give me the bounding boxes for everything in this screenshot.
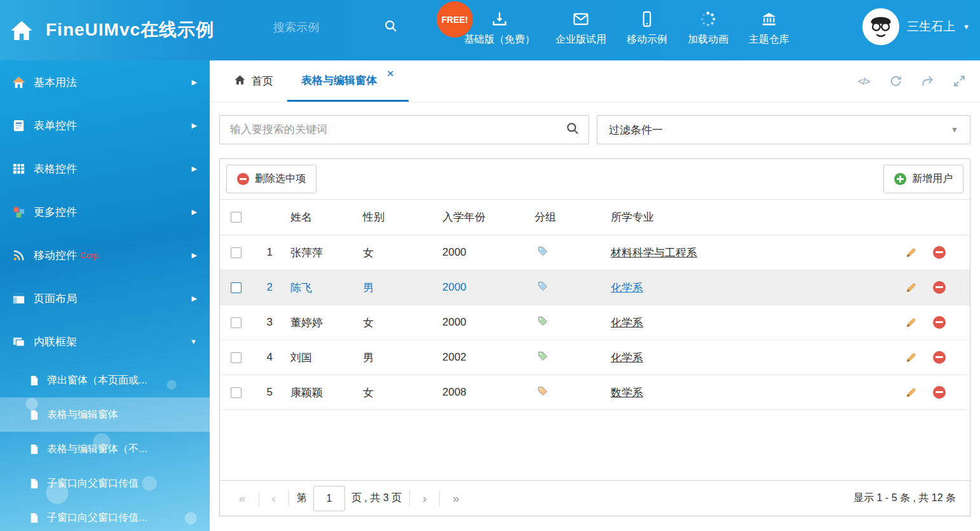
major-link[interactable]: 化学系 (611, 352, 643, 364)
sidebar-item-grid-controls[interactable]: 表格控件 ▶ (0, 147, 210, 190)
row-checkbox[interactable] (231, 317, 242, 328)
nav-item-loading-animation[interactable]: 加载动画 (688, 10, 728, 46)
nav-item-basic-edition[interactable]: 基础版（免费） (464, 10, 535, 46)
header-search-input[interactable] (273, 21, 375, 34)
tab-label: 表格与编辑窗体 (301, 73, 377, 88)
sidebar-item-label: 表格控件 (34, 162, 77, 176)
edit-icon[interactable] (904, 281, 917, 294)
sidebar-subitem-grid-edit-window-2[interactable]: 表格与编辑窗体（不... (0, 432, 210, 466)
major-link[interactable]: 数学系 (611, 387, 643, 399)
table-row[interactable]: 5 康颖颖 女 2008 数学系 (220, 375, 970, 410)
column-header-major[interactable]: 所学专业 (611, 210, 894, 224)
row-checkbox[interactable] (231, 387, 242, 398)
nav-item-mobile-demo[interactable]: 移动示例 (627, 10, 667, 46)
chevron-right-icon: ▶ (192, 78, 197, 86)
edit-icon[interactable] (904, 316, 917, 329)
page-label-suffix: 页 , 共 3 页 (351, 492, 402, 505)
share-icon[interactable] (920, 74, 934, 88)
table-row[interactable]: 3 董婷婷 女 2000 化学系 (220, 305, 970, 340)
search-icon[interactable] (384, 19, 398, 36)
cell-name: 刘国 (287, 350, 363, 365)
source-code-icon[interactable]: </> (857, 74, 871, 88)
sidebar-item-page-layout[interactable]: 页面布局 ▶ (0, 277, 210, 320)
edit-icon[interactable] (904, 351, 917, 364)
cell-year: 2002 (442, 351, 534, 364)
tab-home[interactable]: 首页 (220, 60, 287, 102)
next-page-button[interactable]: › (418, 492, 432, 506)
file-icon (28, 409, 40, 421)
table-empty-area (220, 410, 970, 480)
cell-year: 2000 (442, 316, 534, 329)
row-checkbox[interactable] (231, 247, 242, 258)
column-header-group[interactable]: 分组 (534, 210, 611, 224)
sidebar-item-more-controls[interactable]: 更多控件 ▶ (0, 190, 210, 233)
sidebar-item-label: 更多控件 (34, 205, 77, 219)
table-row[interactable]: 2 陈飞 男 2000 化学系 (220, 270, 970, 305)
delete-selected-button[interactable]: 删除选中项 (226, 165, 316, 193)
sidebar-subitem-child-to-parent[interactable]: 子窗口向父窗口传值 (0, 466, 210, 500)
cell-gender: 男 (363, 280, 442, 295)
record-summary: 显示 1 - 5 条 , 共 12 条 (854, 492, 956, 505)
app-header: FineUIMvc在线示例 FREE! 基础版（免费） 企业版试用 移动示例 (0, 0, 980, 60)
major-link[interactable]: 化学系 (611, 282, 643, 294)
keyword-search-input[interactable] (230, 123, 566, 136)
delete-icon[interactable] (933, 316, 946, 329)
user-menu[interactable]: 三生石上 ▼ (862, 8, 970, 45)
filter-dropdown[interactable]: 过滤条件一 ▼ (597, 115, 970, 144)
last-page-button[interactable]: » (447, 492, 465, 506)
nav-item-label: 移动示例 (627, 33, 667, 46)
table-row[interactable]: 1 张萍萍 女 2000 材料科学与工程系 (220, 235, 970, 270)
app-home-icon[interactable] (9, 18, 34, 43)
column-header-name[interactable]: 姓名 (287, 210, 363, 224)
nav-item-theme-store[interactable]: 主题仓库 (749, 10, 789, 46)
add-user-button[interactable]: 新增用户 (883, 165, 963, 193)
prev-page-button[interactable]: ‹ (267, 492, 281, 506)
delete-button-label: 删除选中项 (255, 172, 306, 186)
sidebar-item-label: 移动控件 (34, 248, 77, 263)
delete-icon[interactable] (933, 386, 946, 399)
select-all-checkbox[interactable] (231, 212, 242, 223)
sidebar-item-basic-usage[interactable]: 基本用法 ▶ (0, 60, 210, 104)
close-icon[interactable]: ✕ (386, 68, 395, 79)
column-header-year[interactable]: 入学年份 (442, 210, 534, 224)
file-icon (28, 443, 40, 455)
row-checkbox[interactable] (231, 282, 242, 293)
sidebar-subitem-grid-edit-window[interactable]: 表格与编辑窗体 (0, 397, 210, 432)
search-icon[interactable] (566, 121, 580, 138)
nav-item-label: 基础版（免费） (464, 33, 535, 46)
sidebar-item-label: 内联框架 (34, 334, 77, 349)
cell-gender: 女 (363, 245, 442, 260)
expand-icon[interactable] (952, 74, 966, 88)
column-header-gender[interactable]: 性别 (363, 210, 442, 224)
sidebar-subitem-popup-window[interactable]: 弹出窗体（本页面或... (0, 363, 210, 397)
table-row[interactable]: 4 刘国 男 2002 化学系 (220, 340, 970, 375)
edit-icon[interactable] (904, 386, 917, 399)
sidebar-item-form-controls[interactable]: 表单控件 ▶ (0, 104, 210, 147)
nav-item-enterprise-trial[interactable]: 企业版试用 (555, 10, 606, 46)
delete-icon[interactable] (933, 351, 946, 364)
sidebar-item-mobile-controls[interactable]: 移动控件 Corp. ▶ (0, 233, 210, 277)
chevron-down-icon: ▼ (190, 338, 197, 345)
tag-icon (537, 317, 548, 329)
cell-name: 董婷婷 (287, 315, 363, 330)
page-number-input[interactable] (313, 486, 345, 511)
chevron-right-icon: ▶ (192, 165, 197, 173)
tab-grid-edit-window[interactable]: 表格与编辑窗体 ✕ (287, 60, 409, 102)
sidebar-item-iframe[interactable]: 内联框架 ▼ (0, 320, 210, 363)
major-link[interactable]: 化学系 (611, 317, 643, 329)
keyword-search-box[interactable] (219, 115, 589, 144)
refresh-icon[interactable] (888, 74, 902, 88)
row-checkbox[interactable] (231, 352, 242, 363)
caret-down-icon: ▼ (963, 23, 970, 31)
chevron-right-icon: ▶ (192, 294, 197, 303)
sidebar-subitem-child-to-parent-2[interactable]: 子窗口向父窗口传值... (0, 500, 210, 531)
edit-icon[interactable] (904, 246, 917, 259)
major-link[interactable]: 材料科学与工程系 (611, 247, 697, 259)
delete-icon[interactable] (933, 246, 946, 259)
envelope-icon (571, 10, 590, 29)
user-avatar (862, 8, 899, 45)
app-title: FineUIMvc在线示例 (46, 18, 214, 42)
first-page-button[interactable]: « (234, 492, 251, 506)
header-search[interactable] (273, 19, 407, 36)
delete-icon[interactable] (933, 281, 946, 294)
